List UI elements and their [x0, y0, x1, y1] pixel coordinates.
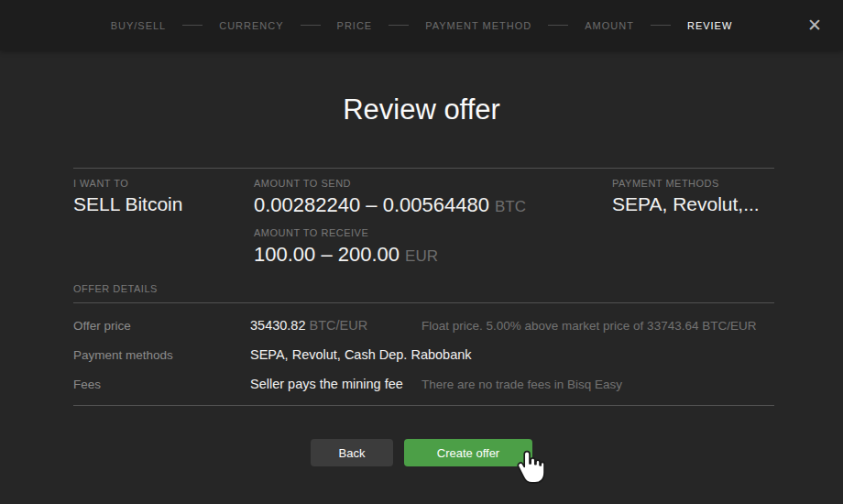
fees-note: There are no trade fees in Bisq Easy: [422, 378, 622, 391]
payment-methods-row-label: Payment methods: [73, 348, 250, 362]
step-separator: [651, 25, 671, 26]
amount-to-receive-range: 100.00 – 200.00: [254, 243, 400, 266]
back-button[interactable]: Back: [311, 439, 393, 466]
fees-value: Seller pays the mining fee: [250, 377, 422, 391]
payment-methods-list: SEPA, Revolut, Cash Dep. Rabobank: [250, 347, 472, 362]
payment-methods-row-value: SEPA, Revolut, Cash Dep. Rabobank: [250, 347, 472, 362]
payment-methods-value: SEPA, Revolut,...: [612, 193, 774, 215]
amount-to-receive: AMOUNT TO RECEIVE 100.00 – 200.00EUR: [254, 227, 612, 267]
amount-to-receive-label: AMOUNT TO RECEIVE: [254, 227, 612, 238]
offer-price-label: Offer price: [73, 319, 250, 333]
step-currency[interactable]: CURRENCY: [219, 20, 283, 31]
summary-amounts: AMOUNT TO SEND 0.00282240 – 0.00564480BT…: [254, 178, 612, 267]
amount-to-send-unit: BTC: [495, 198, 526, 215]
page-title: Review offer: [0, 93, 843, 126]
offer-price-unit: BTC/EUR: [309, 318, 367, 333]
step-review[interactable]: REVIEW: [687, 20, 732, 31]
step-amount[interactable]: AMOUNT: [585, 20, 634, 31]
amount-to-send-range: 0.00282240 – 0.00564480: [254, 193, 489, 216]
amount-to-receive-value: 100.00 – 200.00EUR: [254, 243, 612, 267]
wizard-topbar: BUY/SELL CURRENCY PRICE PAYMENT METHOD A…: [0, 0, 843, 50]
direction-label: I WANT TO: [73, 178, 254, 189]
offer-price-number: 35430.82: [250, 318, 305, 333]
amount-to-send: AMOUNT TO SEND 0.00282240 – 0.00564480BT…: [254, 178, 612, 217]
step-buy-sell[interactable]: BUY/SELL: [111, 20, 167, 31]
offer-details-table: Offer price 35430.82BTC/EUR Float price.…: [73, 302, 774, 406]
step-separator: [548, 25, 568, 26]
step-separator: [389, 25, 409, 26]
step-price[interactable]: PRICE: [337, 20, 373, 31]
payment-methods-label: PAYMENT METHODS: [612, 178, 774, 189]
table-row-payment-methods: Payment methods SEPA, Revolut, Cash Dep.…: [73, 340, 774, 369]
offer-price-note: Float price. 5.00% above market price of…: [422, 319, 756, 333]
summary-payment-methods: PAYMENT METHODS SEPA, Revolut,...: [612, 178, 774, 267]
step-separator: [301, 25, 321, 26]
wizard-steps: BUY/SELL CURRENCY PRICE PAYMENT METHOD A…: [111, 20, 733, 31]
offer-details-section-label: OFFER DETAILS: [73, 283, 158, 294]
step-separator: [182, 25, 203, 26]
offer-price-value: 35430.82BTC/EUR: [250, 318, 422, 333]
amount-to-send-value: 0.00282240 – 0.00564480BTC: [254, 193, 612, 217]
fees-label: Fees: [73, 378, 250, 391]
direction-value: SELL Bitcoin: [73, 193, 254, 215]
amount-to-receive-unit: EUR: [405, 247, 438, 265]
table-row-fees: Fees Seller pays the mining fee There ar…: [73, 369, 774, 399]
action-buttons: Back Create offer: [0, 439, 843, 466]
fees-text: Seller pays the mining fee: [250, 377, 403, 391]
offer-summary: I WANT TO SELL Bitcoin AMOUNT TO SEND 0.…: [73, 168, 774, 267]
table-row-offer-price: Offer price 35430.82BTC/EUR Float price.…: [73, 311, 774, 340]
create-offer-button[interactable]: Create offer: [404, 439, 532, 466]
amount-to-send-label: AMOUNT TO SEND: [254, 178, 612, 189]
close-icon[interactable]: ✕: [798, 9, 831, 42]
step-payment-method[interactable]: PAYMENT METHOD: [425, 20, 531, 31]
summary-direction: I WANT TO SELL Bitcoin: [73, 178, 254, 267]
